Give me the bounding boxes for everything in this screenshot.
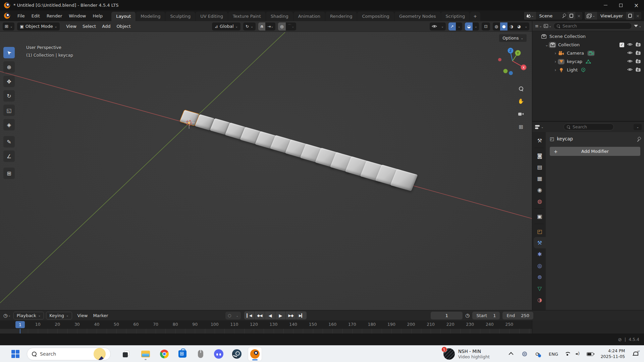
outliner-item-name[interactable]: Collection — [558, 42, 580, 47]
expand-icon[interactable]: › — [553, 68, 558, 72]
outliner-item-name[interactable]: keycap — [567, 59, 582, 64]
disable-in-renders-toggle[interactable] — [636, 59, 641, 64]
next-keyframe-button[interactable]: ▶◆ — [286, 311, 296, 319]
task-view-button[interactable] — [119, 347, 133, 361]
blender-taskbar-button[interactable] — [248, 347, 262, 361]
tab-layout[interactable]: Layout — [111, 12, 136, 21]
tab-sculpting[interactable]: Sculpting — [165, 12, 195, 21]
discord-button[interactable] — [212, 347, 225, 361]
pan-tool-button[interactable]: ✋ — [517, 97, 525, 106]
timeline-menu-keying[interactable]: Keying⌄ — [46, 312, 72, 319]
timeline-editor-type-button[interactable]: ◷⌄ — [3, 313, 11, 318]
proportional-editing-toggle[interactable]: ◎ — [278, 22, 285, 31]
breadcrumb-object-name[interactable]: keycap — [557, 136, 573, 141]
tab-animation[interactable]: Animation — [293, 12, 325, 21]
properties-tab-world[interactable]: ◍ — [534, 195, 546, 207]
hide-in-viewport-toggle[interactable] — [627, 59, 633, 64]
snap-pivot-dropdown[interactable]: ↻⌄ — [243, 22, 256, 31]
properties-tab-tool[interactable]: ⚒ — [534, 135, 546, 146]
maximize-button[interactable] — [613, 0, 629, 10]
tool-transform[interactable]: ◈ — [3, 119, 15, 130]
tab-texture-paint[interactable]: Texture Paint — [228, 12, 266, 21]
frame-start-field[interactable]: Start 1 — [472, 312, 500, 319]
menu-window[interactable]: Window — [65, 12, 89, 20]
viewport-menu-view[interactable]: View — [63, 22, 79, 30]
menu-render[interactable]: Render — [43, 12, 65, 20]
outliner-search-input[interactable]: Search — [553, 22, 632, 29]
toggle-projection-button[interactable]: ⊞ — [517, 122, 525, 131]
properties-editor-type-button[interactable]: ⌄ — [535, 125, 544, 129]
shading-rendered-button[interactable]: ◕ — [515, 22, 523, 31]
snap-to-dropdown[interactable]: ⇥ ⌄ — [265, 22, 275, 31]
tab-modeling[interactable]: Modeling — [136, 12, 165, 21]
tray-sync-button[interactable]: ⟳ — [532, 346, 543, 362]
show-gizmo-toggle[interactable]: ↗ — [448, 22, 456, 31]
disable-in-renders-toggle[interactable] — [636, 42, 641, 48]
pin-id-button[interactable] — [636, 137, 640, 141]
properties-tab-material[interactable]: ◑ — [534, 294, 546, 305]
tool-add-cube[interactable]: ⊞ — [3, 168, 15, 179]
scene-browse-button[interactable]: ⌄ — [524, 12, 536, 20]
microsoft-store-button[interactable] — [176, 347, 189, 361]
viewport-menu-select[interactable]: Select — [79, 22, 99, 30]
current-frame-badge[interactable]: 1 — [15, 321, 25, 328]
expand-icon[interactable]: › — [553, 51, 558, 56]
tab-compositing[interactable]: Compositing — [357, 12, 394, 21]
properties-tab-view-layer[interactable]: ▦ — [534, 173, 546, 184]
show-overlays-toggle[interactable]: ◒ — [465, 22, 472, 31]
tray-app-1-button[interactable] — [519, 346, 530, 362]
scene-name[interactable]: Scene — [536, 13, 559, 18]
collapse-icon[interactable]: ⌄ — [544, 43, 549, 47]
chrome-button[interactable] — [158, 347, 171, 361]
viewport-menu-object[interactable]: Object — [113, 22, 133, 30]
frame-end-field[interactable]: End 250 — [502, 312, 533, 319]
new-scene-button[interactable] — [568, 12, 575, 20]
minimize-button[interactable] — [598, 0, 613, 10]
collection-checkbox[interactable]: ✓ — [620, 43, 624, 47]
hide-in-viewport-toggle[interactable] — [627, 67, 633, 72]
play-reverse-button[interactable]: ◀ — [265, 311, 275, 319]
tab-shading[interactable]: Shading — [266, 12, 293, 21]
properties-tab-object[interactable]: ◰ — [534, 226, 546, 237]
menu-help[interactable]: Help — [90, 12, 106, 20]
properties-search-input[interactable]: Search — [564, 123, 614, 130]
tool-annotate[interactable]: ✎ — [3, 136, 15, 147]
outliner-item-name[interactable]: Scene Collection — [549, 34, 586, 39]
steam-button[interactable] — [230, 347, 244, 361]
clock-button[interactable]: 4:24 PM 2025-11-05 — [598, 346, 627, 362]
remove-viewlayer-button[interactable]: × — [634, 13, 642, 18]
pin-scene-button[interactable] — [559, 13, 568, 18]
viewlayer-name[interactable]: ViewLayer — [597, 13, 626, 18]
play-button[interactable]: ▶ — [275, 311, 286, 319]
unlink-scene-button[interactable]: × — [575, 13, 583, 18]
gizmo-dropdown[interactable]: ⌄ — [456, 22, 463, 31]
shading-wireframe-button[interactable]: ◍ — [493, 22, 500, 31]
tool-move[interactable]: ✥ — [3, 76, 15, 87]
tab-rendering[interactable]: Rendering — [325, 12, 357, 21]
new-viewlayer-button[interactable] — [626, 12, 634, 20]
outliner-display-mode-button[interactable]: ⌄ — [544, 24, 551, 28]
notification-center-button[interactable]: zᶻ — [629, 346, 641, 362]
timeline-track-area[interactable] — [0, 329, 532, 334]
properties-tab-constraints[interactable]: ⊚ — [534, 271, 546, 283]
start-button[interactable] — [9, 347, 22, 361]
outliner-item-name[interactable]: Camera — [567, 51, 584, 56]
timeline-menu-playback[interactable]: Playback⌄ — [13, 312, 44, 319]
tool-measure[interactable]: ∠ — [3, 150, 15, 162]
volume-button[interactable] — [573, 346, 583, 362]
menu-file[interactable]: File — [14, 12, 28, 20]
tray-overflow-button[interactable] — [506, 346, 517, 362]
battery-button[interactable] — [584, 346, 596, 362]
properties-tab-object-data[interactable]: ▽ — [534, 283, 546, 294]
playhead[interactable] — [20, 329, 20, 334]
previous-keyframe-button[interactable]: ◆◀ — [255, 311, 265, 319]
timeline-menu-marker[interactable]: Marker — [90, 313, 111, 318]
properties-options-dropdown[interactable]: ⌄ — [634, 124, 642, 130]
viewlayer-browse-button[interactable]: ⌄ — [585, 12, 597, 20]
tab-geometry-nodes[interactable]: Geometry Nodes — [394, 12, 441, 21]
viewport-canvas[interactable]: User Perspective (1) Collection | keycap… — [0, 32, 532, 310]
properties-tab-render[interactable]: ◙ — [534, 150, 546, 161]
tool-scale[interactable]: ◱ — [3, 105, 15, 116]
autokey-dropdown[interactable]: ⌄ — [233, 313, 241, 318]
properties-tab-particles[interactable]: ✱ — [534, 248, 546, 260]
